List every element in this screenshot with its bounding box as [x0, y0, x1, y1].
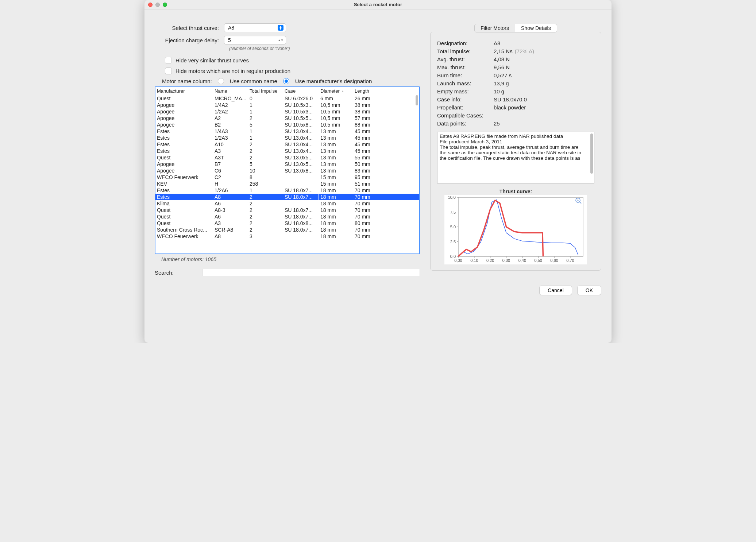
spec-value: 13,9 g — [494, 80, 594, 86]
col-total-impulse[interactable]: Total Impulse — [248, 88, 283, 94]
svg-text:5,0: 5,0 — [450, 225, 456, 229]
search-input[interactable] — [202, 269, 420, 276]
radio-mfr-label: Use manufacturer's designation — [295, 78, 372, 84]
table-row[interactable]: Estes1/4A31SU 13.0x4...13 mm45 mm — [155, 128, 419, 135]
table-row[interactable]: QuestMICRO_MA...0SU 6.0x26.06 mm26 mm — [155, 95, 419, 102]
spec-key: Propellant: — [437, 104, 494, 111]
delay-select[interactable]: 5 ▲▼ — [224, 36, 286, 44]
table-row[interactable]: EstesA102SU 13.0x4...13 mm45 mm — [155, 141, 419, 148]
spec-value: 0,527 s — [494, 72, 594, 78]
table-row[interactable]: ApogeeB75SU 13.0x5...13 mm50 mm — [155, 161, 419, 167]
spec-value: 4,08 N — [494, 56, 594, 62]
table-row[interactable]: ApogeeC610SU 13.0x8...13 mm83 mm — [155, 167, 419, 174]
col-case[interactable]: Case — [283, 88, 319, 94]
spec-value: 2,15 Ns(72% A) — [494, 48, 594, 54]
search-label: Search: — [155, 270, 198, 276]
motor-count: Number of motors: 1065 — [161, 256, 420, 262]
spec-value: 10 g — [494, 88, 594, 94]
svg-text:0,50: 0,50 — [535, 258, 542, 263]
delay-value: 5 — [228, 37, 231, 43]
name-column-label: Motor name column: — [162, 78, 212, 84]
table-row[interactable]: QuestA62SU 18.0x7...18 mm70 mm — [155, 213, 419, 220]
zoom-in-icon[interactable] — [576, 198, 581, 204]
hide-nonprod-row[interactable]: Hide motors which are not in regular pro… — [165, 67, 420, 74]
thrust-curve-label: Select thrust curve: — [155, 25, 224, 31]
col-manufacturer[interactable]: Manufacturer — [155, 88, 213, 94]
thrust-curve-select[interactable]: A8 ▲▼ — [224, 23, 286, 32]
table-row[interactable]: ApogeeA22SU 10.5x5...10,5 mm57 mm — [155, 115, 419, 121]
table-row[interactable]: Southern Cross Roc...SCR-A82SU 18.0x7...… — [155, 227, 419, 233]
hide-nonprod-checkbox[interactable] — [165, 67, 172, 74]
col-name[interactable]: Name — [213, 88, 248, 94]
table-row[interactable]: KlimaA6218 mm70 mm — [155, 200, 419, 207]
spec-key: Empty mass: — [437, 88, 494, 94]
table-body[interactable]: QuestMICRO_MA...0SU 6.0x26.06 mm26 mmApo… — [155, 95, 419, 254]
svg-line-28 — [579, 202, 581, 204]
svg-text:0,60: 0,60 — [551, 258, 558, 263]
svg-text:10,0: 10,0 — [448, 195, 456, 200]
table-row[interactable]: QuestA32SU 18.0x8...18 mm80 mm — [155, 220, 419, 227]
spec-value: 9,56 N — [494, 64, 594, 70]
ok-button[interactable]: OK — [577, 286, 601, 295]
svg-text:2,5: 2,5 — [450, 240, 456, 244]
svg-text:0,30: 0,30 — [502, 258, 510, 263]
table-row[interactable]: WECO FeuerwerkC2815 mm95 mm — [155, 174, 419, 181]
window-title: Select a rocket motor — [144, 2, 612, 7]
sort-asc-icon: ▲ — [341, 89, 344, 93]
spec-value: SU 18.0x70.0 — [494, 96, 594, 102]
cancel-button[interactable]: Cancel — [539, 286, 572, 295]
spec-key: Burn time: — [437, 72, 494, 78]
hide-similar-row[interactable]: Hide very similar thrust curves — [165, 57, 420, 64]
svg-text:0,70: 0,70 — [567, 258, 574, 263]
svg-text:0,40: 0,40 — [518, 258, 526, 263]
spec-value — [494, 112, 594, 119]
motor-table[interactable]: Manufacturer Name Total Impulse Case Dia… — [155, 86, 420, 254]
delay-label: Ejection charge delay: — [155, 37, 224, 43]
table-row[interactable]: WECO FeuerwerkA8318 mm70 mm — [155, 233, 419, 240]
spec-key: Compatible Cases: — [437, 112, 494, 119]
spec-key: Total impulse: — [437, 48, 494, 54]
spec-key: Designation: — [437, 40, 494, 46]
svg-text:0,10: 0,10 — [471, 258, 478, 263]
tab-show-details[interactable]: Show Details — [515, 24, 557, 32]
thrust-curve-chart: 0,02,55,07,510,00,000,100,200,300,400,50… — [444, 195, 587, 264]
spec-key: Case info: — [437, 96, 494, 102]
thrust-curve-value: A8 — [228, 25, 234, 31]
spec-value: 25 — [494, 120, 594, 127]
table-row[interactable]: Estes1/2A61SU 18.0x7...18 mm70 mm — [155, 187, 419, 194]
col-length[interactable]: Length — [353, 88, 388, 94]
table-row[interactable]: EstesA32SU 13.0x4...13 mm45 mm — [155, 148, 419, 154]
radio-manufacturer-designation[interactable] — [283, 78, 289, 84]
spec-key: Avg. thrust: — [437, 56, 494, 62]
svg-text:0,20: 0,20 — [486, 258, 494, 263]
description-box[interactable]: Estes A8 RASP.ENG file made from NAR pub… — [437, 132, 594, 183]
titlebar: Select a rocket motor — [144, 0, 612, 9]
chart-title: Thrust curve: — [437, 189, 594, 194]
hide-similar-checkbox[interactable] — [165, 57, 172, 64]
table-row[interactable]: Estes1/2A31SU 13.0x4...13 mm45 mm — [155, 135, 419, 141]
table-row[interactable]: QuestA3T2SU 13.0x5...13 mm55 mm — [155, 154, 419, 161]
table-row[interactable]: ApogeeB25SU 10.5x8...10,5 mm88 mm — [155, 121, 419, 128]
radio-common-label: Use common name — [230, 78, 277, 84]
spec-key: Max. thrust: — [437, 64, 494, 70]
dropdown-icon: ▲▼ — [278, 25, 284, 31]
scrollbar-thumb[interactable] — [416, 95, 418, 105]
svg-text:7,5: 7,5 — [450, 210, 456, 214]
svg-text:0,00: 0,00 — [455, 258, 462, 263]
table-row[interactable]: QuestA8-32SU 18.0x7...18 mm70 mm — [155, 207, 419, 213]
hide-similar-label: Hide very similar thrust curves — [176, 57, 249, 63]
hide-nonprod-label: Hide motors which are not in regular pro… — [176, 68, 290, 74]
table-row[interactable]: Apogee1/2A21SU 10.5x3...10,5 mm38 mm — [155, 108, 419, 115]
spec-value: A8 — [494, 40, 594, 46]
table-row[interactable]: KEVH25815 mm51 mm — [155, 181, 419, 187]
table-header[interactable]: Manufacturer Name Total Impulse Case Dia… — [155, 87, 419, 95]
spec-value: black powder — [494, 104, 594, 111]
stepper-icon: ▲▼ — [278, 39, 284, 42]
table-row[interactable]: Apogee1/4A21SU 10.5x3...10,5 mm38 mm — [155, 102, 419, 108]
tab-filter-motors[interactable]: Filter Motors — [474, 24, 515, 32]
table-row[interactable]: EstesA82SU 18.0x7...18 mm70 mm — [155, 194, 419, 200]
description-scrollbar[interactable] — [590, 133, 593, 174]
radio-common-name[interactable] — [218, 78, 224, 84]
col-diameter[interactable]: Diameter ▲ — [319, 88, 353, 94]
details-panel: Designation:A8Total impulse:2,15 Ns(72% … — [430, 32, 601, 271]
